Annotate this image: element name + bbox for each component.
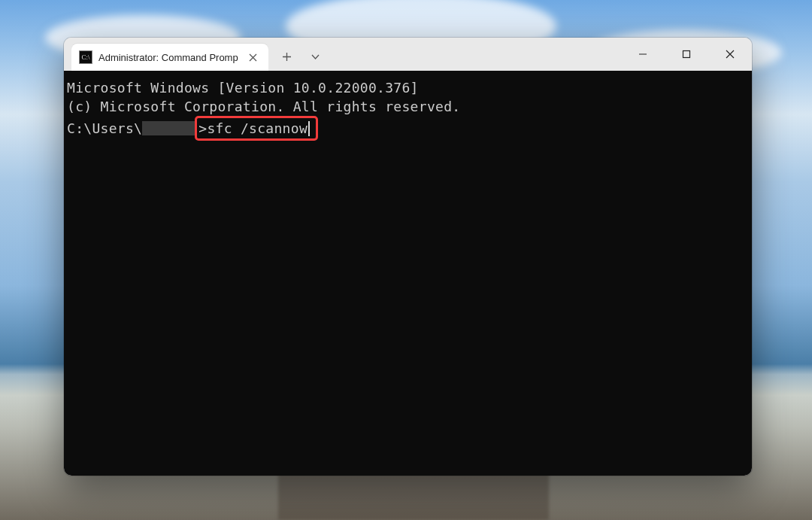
new-tab-button[interactable] xyxy=(274,45,300,68)
titlebar[interactable]: C:\ Administrator: Command Promp xyxy=(64,38,752,71)
typed-command: sfc /scannow xyxy=(207,119,308,138)
redacted-username xyxy=(142,121,196,135)
prompt-line: C:\Users\>sfc /scannow xyxy=(67,116,749,141)
terminal-line: (c) Microsoft Corporation. All rights re… xyxy=(67,97,749,116)
close-window-button[interactable] xyxy=(708,38,752,71)
maximize-button[interactable] xyxy=(665,38,708,71)
tab-close-button[interactable] xyxy=(244,48,262,66)
tab-dropdown-button[interactable] xyxy=(303,45,329,68)
cmd-icon: C:\ xyxy=(79,50,92,64)
svg-rect-0 xyxy=(683,51,690,58)
tabstrip-buttons xyxy=(274,45,329,68)
terminal-window: C:\ Administrator: Command Promp xyxy=(64,38,752,476)
text-cursor xyxy=(308,121,310,136)
highlight-box: >sfc /scannow xyxy=(195,116,318,141)
minimize-button[interactable] xyxy=(621,38,665,71)
window-controls xyxy=(621,38,752,71)
terminal-line: Microsoft Windows [Version 10.0.22000.37… xyxy=(67,78,749,97)
shadow-reflection xyxy=(278,470,549,520)
tab-title: Administrator: Command Promp xyxy=(98,52,238,63)
prompt-path-prefix: C:\Users\ xyxy=(67,119,142,138)
tab-active[interactable]: C:\ Administrator: Command Promp xyxy=(71,44,268,71)
terminal-body[interactable]: Microsoft Windows [Version 10.0.22000.37… xyxy=(64,71,752,476)
prompt-gt: > xyxy=(198,119,207,138)
